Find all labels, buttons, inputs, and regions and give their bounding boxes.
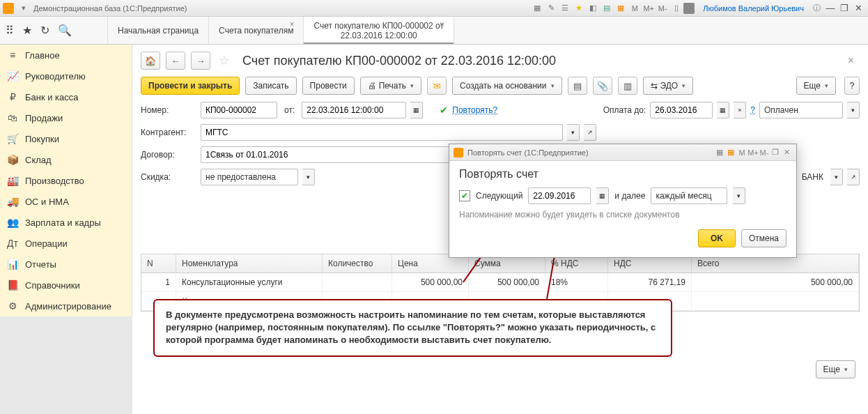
sidebar-item-production[interactable]: 🏭Производство <box>0 170 132 191</box>
modal-mem-m[interactable]: M <box>736 147 747 158</box>
edo-button[interactable]: ⇆ЭДО▾ <box>643 77 694 95</box>
tabstrip: ⠿ ★ ↻ 🔍 Начальная страница Счета покупат… <box>0 17 868 45</box>
sidebar: ≡Главное 📈Руководителю ₽Банк и касса 🛍Пр… <box>0 45 132 316</box>
cancel-button[interactable]: Отмена <box>741 229 786 247</box>
sidebar-item-sales[interactable]: 🛍Продажи <box>0 107 132 128</box>
col-nomenclature[interactable]: Номенклатура <box>176 254 323 273</box>
clear-icon[interactable]: × <box>734 102 746 118</box>
sidebar-item-admin[interactable]: ⚙Администрирование <box>0 296 132 316</box>
repeat-link[interactable]: Повторять? <box>452 105 497 115</box>
modal-mem-mminus[interactable]: M- <box>759 147 770 158</box>
doc-icon-1[interactable]: ▤ <box>568 77 587 95</box>
table-row[interactable]: 1 Консультационные услуги 500 000,00 500… <box>141 273 859 292</box>
col-n[interactable]: N <box>141 254 176 273</box>
favorite-toggle[interactable]: ☆ <box>219 53 230 68</box>
modal-calendar-icon[interactable]: ▦ <box>725 147 736 158</box>
sidebar-item-main[interactable]: ≡Главное <box>0 45 132 66</box>
paydue-input[interactable] <box>650 102 713 118</box>
attach-icon[interactable]: 📎 <box>593 77 612 95</box>
modal-heading: Повторять счет <box>449 161 796 185</box>
modal-mem-mplus[interactable]: M+ <box>747 147 759 158</box>
help-button[interactable]: ? <box>844 77 860 95</box>
open-icon[interactable]: ↗ <box>584 124 596 141</box>
user-name[interactable]: Любимов Валерий Юрьевич <box>703 4 804 13</box>
contract-label: Договор: <box>141 150 196 160</box>
sidebar-item-purchases[interactable]: 🛒Покупки <box>0 128 132 149</box>
calendar-icon[interactable]: ▦ <box>614 2 627 15</box>
sidebar-item-catalogs[interactable]: 📕Справочники <box>0 275 132 296</box>
sidebar-item-manager[interactable]: 📈Руководителю <box>0 66 132 86</box>
sidebar-item-reports[interactable]: 📊Отчеты <box>0 254 132 275</box>
calendar-icon[interactable]: ▦ <box>717 102 729 118</box>
modal-close-icon[interactable]: ✕ <box>781 147 792 158</box>
date-input[interactable] <box>302 102 406 118</box>
chevron-down-icon[interactable]: ▾ <box>302 169 315 185</box>
email-button[interactable]: ✉ <box>427 77 447 95</box>
printer-icon: 🖨 <box>368 81 376 91</box>
home-button[interactable]: 🏠 <box>141 52 160 70</box>
help-link[interactable]: ? <box>750 105 755 115</box>
calendar-icon[interactable]: ▦ <box>410 102 423 118</box>
doc-icon-2[interactable]: ▥ <box>618 77 637 95</box>
window-close[interactable]: ✕ <box>851 3 865 14</box>
close-icon[interactable]: × <box>440 20 451 31</box>
discount-select[interactable]: не предоставлена <box>201 169 298 185</box>
more-button[interactable]: Еще▾ <box>796 77 836 95</box>
gear-icon: ⚙ <box>7 300 18 312</box>
close-icon[interactable]: × <box>289 20 300 31</box>
modal-icon-1[interactable]: ▦ <box>714 147 725 158</box>
favorite-icon[interactable]: ★ <box>573 2 585 15</box>
tb-icon-4[interactable]: ◧ <box>587 2 599 15</box>
post-button[interactable]: Провести <box>302 77 355 95</box>
create-based-button[interactable]: Создать на основании▾ <box>452 77 562 95</box>
tab-invoices[interactable]: Счета покупателям× <box>209 17 304 44</box>
tb-icon-2[interactable]: ✎ <box>545 2 557 15</box>
mem-mminus[interactable]: M- <box>656 2 669 15</box>
tb-icon-1[interactable]: ▦ <box>531 2 543 15</box>
search-icon[interactable]: 🔍 <box>58 24 72 37</box>
history-icon[interactable]: ↻ <box>40 24 49 37</box>
apps-grid-icon[interactable]: ⠿ <box>6 24 14 37</box>
tab-home[interactable]: Начальная страница <box>108 17 209 44</box>
chevron-down-icon[interactable]: ▾ <box>733 187 745 204</box>
close-doc-icon[interactable]: × <box>842 54 860 67</box>
status-select[interactable]: Оплачен <box>759 102 843 118</box>
next-date-input[interactable] <box>528 187 591 204</box>
sidebar-item-warehouse[interactable]: 📦Склад <box>0 149 132 170</box>
period-select[interactable]: каждый месяц <box>651 187 727 204</box>
calendar-icon[interactable]: ▦ <box>596 187 609 204</box>
mem-mplus[interactable]: M+ <box>642 2 655 15</box>
counterparty-input[interactable] <box>201 124 563 141</box>
sidebar-item-assets[interactable]: 🚚ОС и НМА <box>0 191 132 212</box>
tb-info-icon[interactable]: ⓘ <box>810 2 823 15</box>
sidebar-item-salary[interactable]: 👥Зарплата и кадры <box>0 212 132 233</box>
post-and-close-button[interactable]: Провести и закрыть <box>141 77 240 95</box>
open-icon[interactable]: ↗ <box>847 169 860 185</box>
save-button[interactable]: Записать <box>245 77 296 95</box>
print-button[interactable]: 🖨Печать▾ <box>360 77 421 95</box>
next-checkbox[interactable]: ✔ <box>459 190 470 201</box>
sidebar-item-bank[interactable]: ₽Банк и касса <box>0 86 132 107</box>
calc-icon[interactable]: ▤ <box>600 2 613 15</box>
tab-current-doc[interactable]: Счет покупателю КП00-000002 от 22.03.201… <box>304 17 454 44</box>
ok-button[interactable]: OK <box>698 229 736 247</box>
titlebar-dropdown-icon[interactable]: ▾ <box>17 2 30 15</box>
back-button[interactable]: ← <box>166 52 185 70</box>
next-label: Следующий <box>476 191 522 201</box>
chevron-down-icon[interactable]: ▾ <box>567 124 580 141</box>
tb-icon-3[interactable]: ☰ <box>559 2 571 15</box>
window-minimize[interactable]: — <box>823 3 837 14</box>
discount-label: Скидка: <box>141 172 196 182</box>
window-restore[interactable]: ❐ <box>837 3 851 14</box>
table-more-button[interactable]: Еще▾ <box>816 360 855 378</box>
chevron-down-icon[interactable]: ▾ <box>847 102 860 118</box>
number-input[interactable] <box>201 102 277 118</box>
chevron-down-icon[interactable]: ▾ <box>830 169 843 185</box>
col-quantity[interactable]: Количество <box>323 254 392 273</box>
sidebar-item-operations[interactable]: ДтОперации <box>0 233 132 254</box>
mem-m[interactable]: M <box>628 2 641 15</box>
star-icon[interactable]: ★ <box>22 24 32 37</box>
forward-button[interactable]: → <box>191 52 210 70</box>
edo-icon: ⇆ <box>651 81 658 91</box>
modal-restore[interactable]: ❐ <box>770 147 781 158</box>
